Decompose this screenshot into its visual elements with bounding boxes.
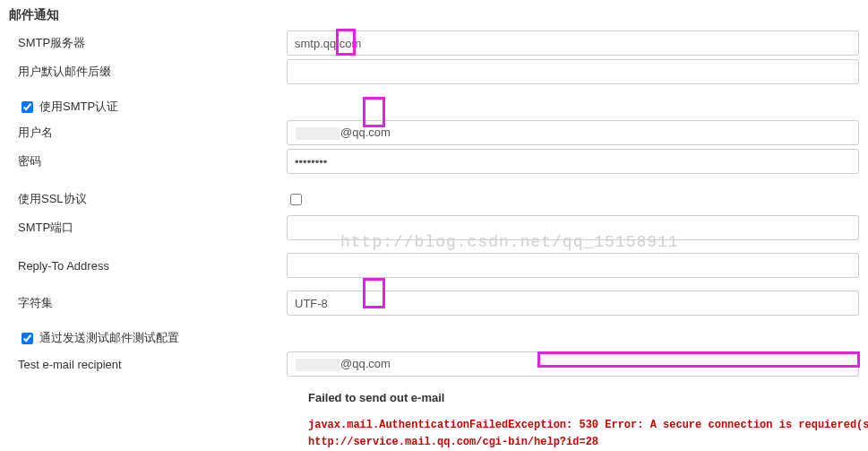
label-use-ssl: 使用SSL协议 [0,191,287,207]
section-title: 邮件通知 [0,0,868,29]
label-default-suffix: 用户默认邮件后缀 [0,64,287,80]
checkbox-use-smtp-auth[interactable] [21,101,33,113]
checkbox-test-send[interactable] [21,333,33,344]
checkbox-use-ssl[interactable] [290,194,302,205]
input-smtp-port[interactable] [287,215,859,240]
label-test-send: 通过发送测试邮件测试配置 [39,330,179,346]
label-username: 用户名 [0,125,287,141]
label-use-smtp-auth: 使用SMTP认证 [39,99,118,115]
label-password: 密码 [0,153,287,169]
input-default-suffix[interactable] [287,59,859,84]
label-smtp-port: SMTP端口 [0,220,287,236]
label-test-recipient: Test e-mail recipient [0,358,287,371]
input-smtp-server[interactable] [287,30,859,56]
label-smtp-server: SMTP服务器 [0,35,287,51]
input-charset[interactable] [287,291,859,316]
input-username[interactable] [287,120,859,145]
input-test-recipient[interactable] [287,351,859,377]
error-exception: javax.mail.AuthenticationFailedException… [308,417,868,434]
label-reply-to: Reply-To Address [0,259,287,273]
input-reply-to[interactable] [287,253,859,278]
label-charset: 字符集 [0,295,287,311]
input-password[interactable] [287,149,859,174]
error-title: Failed to send out e-mail [308,391,868,404]
error-help-url: http://service.mail.qq.com/cgi-bin/help?… [308,434,868,451]
